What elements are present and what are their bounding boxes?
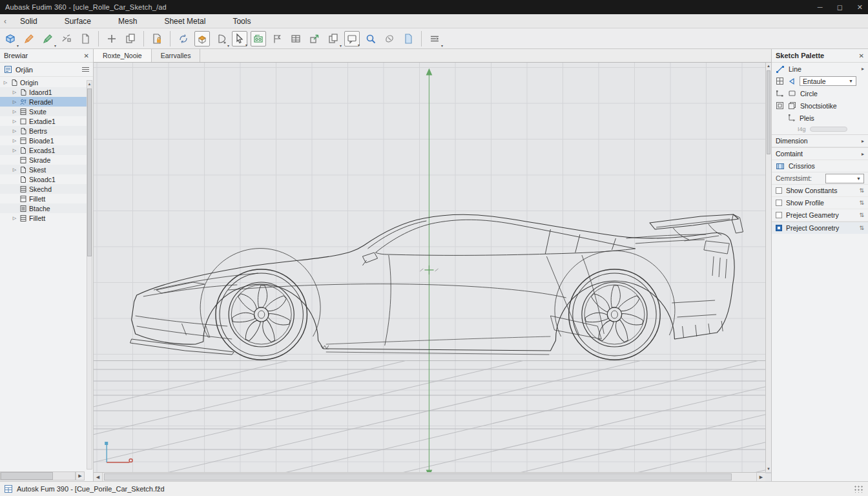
- palette-row-pleis[interactable]: Pleis: [772, 112, 868, 124]
- ground-plane: [94, 360, 771, 481]
- menu-item-surface[interactable]: Surface: [55, 17, 101, 26]
- palette-row-line[interactable]: Line ▸: [772, 63, 868, 75]
- show-profile-checkbox[interactable]: [776, 200, 782, 206]
- menu-item-tools[interactable]: Tools: [223, 17, 260, 26]
- palette-row-project-geametry[interactable]: Preject Geametry ⇅: [772, 209, 868, 222]
- joint-machine-icon[interactable]: [251, 31, 266, 46]
- sync-arrows-icon[interactable]: [176, 31, 191, 46]
- tree-item-skoadc1[interactable]: Skoadc1: [0, 174, 87, 184]
- palette-row-crissrios[interactable]: Crissrios: [772, 160, 868, 172]
- tree-item-fillett[interactable]: ▷Fillett: [0, 213, 87, 223]
- scroll-right-icon[interactable]: ▶: [756, 473, 765, 481]
- palette-row-shoct[interactable]: Shoctsiotike: [772, 99, 868, 112]
- scroll-down-icon[interactable]: ▼: [766, 466, 771, 472]
- create-form-icon[interactable]: ▾: [3, 31, 18, 46]
- copy-stack-icon[interactable]: [123, 31, 138, 46]
- export-icon[interactable]: [307, 31, 322, 46]
- revolve-icon[interactable]: ▾: [213, 31, 229, 46]
- tab-earrvalles[interactable]: Earrvalles: [152, 49, 201, 62]
- tree-item-origin[interactable]: ▷Origin: [0, 78, 87, 87]
- tree-item-extadie1[interactable]: ▷Extadie1: [0, 116, 87, 126]
- constraint-dropdown[interactable]: ▼: [825, 174, 864, 183]
- tree-item-idaord1[interactable]: ▷Idaord1: [0, 87, 87, 97]
- expand-arrow-icon[interactable]: ▷: [12, 138, 17, 143]
- entaule-dropdown[interactable]: Entaule ▼: [800, 76, 856, 86]
- scroll-left-icon[interactable]: ◀: [94, 473, 103, 481]
- resize-grip-icon[interactable]: [854, 485, 864, 493]
- tree-item-skest[interactable]: ▷Skest: [0, 165, 87, 174]
- palette-row-show-constants[interactable]: Show Consttants ⇅: [772, 185, 868, 197]
- menu-item-solid[interactable]: Solid: [10, 17, 47, 26]
- browser-close-icon[interactable]: ✕: [84, 52, 89, 59]
- project-goonretry-checkbox[interactable]: [776, 225, 782, 231]
- search-icon[interactable]: [363, 31, 378, 46]
- project-geametry-checkbox[interactable]: [776, 212, 782, 218]
- menu-item-sheet-metal[interactable]: Sheet Metal: [154, 17, 215, 26]
- maximize-button[interactable]: ◻: [837, 0, 843, 14]
- browser-menu-icon[interactable]: [82, 67, 89, 72]
- expand-arrow-icon[interactable]: ▷: [12, 167, 17, 172]
- parameters-table-icon[interactable]: [288, 31, 304, 46]
- twist-shape-icon[interactable]: [382, 31, 397, 46]
- tree-item-skechd[interactable]: Skechd: [0, 184, 87, 194]
- tab-roxte_nooie[interactable]: Roxte_Nooie: [94, 49, 152, 62]
- extrude-icon[interactable]: [194, 31, 210, 46]
- expand-arrow-icon[interactable]: ▷: [12, 99, 17, 105]
- constraints-sketch-icon[interactable]: [59, 31, 74, 46]
- expand-arrow-icon[interactable]: ▸: [862, 66, 864, 72]
- insert-locked-doc-icon[interactable]: [149, 31, 165, 46]
- canvas-vertical-scrollbar[interactable]: ▲ ▼: [765, 63, 771, 472]
- palette-row-circle[interactable]: Circle: [772, 87, 868, 99]
- select-cursor-icon[interactable]: ▾: [232, 31, 247, 46]
- palette-row-project-goonretry[interactable]: Preject Goonretry ⇅: [772, 222, 868, 234]
- move-icon[interactable]: [104, 31, 119, 46]
- browser-panel: Brewiar ✕ Orjän ▷Origin▷Idaord1▷Reradel▷…: [0, 49, 94, 481]
- doc-icon: [19, 88, 27, 96]
- tree-item-btache[interactable]: Btache: [0, 203, 87, 213]
- expand-arrow-icon[interactable]: ▷: [12, 90, 17, 95]
- tree-item-bioade1[interactable]: ▷Bioade1: [0, 136, 87, 145]
- new-document-icon[interactable]: [78, 31, 93, 46]
- spline-pencil-icon[interactable]: ▾: [40, 31, 56, 46]
- document-row[interactable]: Orjän: [0, 63, 93, 77]
- scroll-up-icon[interactable]: ▲: [87, 81, 92, 87]
- circle-label: Circle: [800, 90, 818, 98]
- show-constants-label: Show Consttants: [786, 187, 837, 194]
- section-dimension[interactable]: Dimension ▸: [772, 134, 868, 147]
- comment-icon[interactable]: ▾: [344, 31, 360, 46]
- menu-item-mesh[interactable]: Mesh: [108, 17, 147, 26]
- expand-arrow-icon[interactable]: ▷: [12, 216, 17, 221]
- tree-item-fillett[interactable]: Fillett: [0, 194, 87, 203]
- expand-arrow-icon[interactable]: ▷: [12, 109, 17, 114]
- browser-horizontal-scrollbar[interactable]: ▶: [0, 471, 85, 480]
- tree-item-reradel[interactable]: ▷Reradel: [0, 97, 87, 107]
- expand-arrow-icon[interactable]: ▷: [12, 148, 17, 153]
- close-button[interactable]: ✕: [857, 0, 863, 14]
- palette-row-show-profile[interactable]: Show Profile ⇅: [772, 197, 868, 209]
- tree-item-sxute[interactable]: ▷Sxute: [0, 107, 87, 116]
- scroll-up-icon[interactable]: ▲: [766, 63, 771, 69]
- origin-marker[interactable]: [420, 265, 438, 274]
- palette-close-icon[interactable]: ✕: [859, 52, 864, 59]
- show-constants-checkbox[interactable]: [776, 187, 782, 194]
- tree-item-skrade[interactable]: Skrade: [0, 155, 87, 165]
- flag-icon[interactable]: [269, 31, 285, 46]
- expand-arrow-icon[interactable]: ▷: [12, 119, 17, 124]
- copy-icon[interactable]: ▾: [326, 31, 341, 46]
- display-settings-icon[interactable]: ▾: [427, 31, 442, 46]
- sketch-pencil-icon[interactable]: [21, 31, 37, 46]
- scroll-right-icon[interactable]: ▶: [76, 471, 85, 480]
- sketch-canvas[interactable]: ▲ ▼: [94, 63, 771, 481]
- section-containt[interactable]: Comtaint ▸: [772, 147, 868, 160]
- browser-vertical-scrollbar[interactable]: ▲: [87, 80, 92, 470]
- minimize-button[interactable]: ─: [818, 0, 823, 14]
- canvas-horizontal-scrollbar[interactable]: ◀ ▶: [94, 472, 765, 481]
- tree-item-bertrs[interactable]: ▷Bertrs: [0, 126, 87, 136]
- expand-arrow-icon[interactable]: ▷: [3, 80, 8, 85]
- car-sketch[interactable]: [130, 214, 743, 360]
- paste-page-icon[interactable]: [400, 31, 416, 46]
- expand-arrow-icon[interactable]: ▷: [12, 129, 17, 134]
- tree-item-excads1[interactable]: ▷Excads1: [0, 145, 87, 155]
- back-icon[interactable]: ‹: [0, 17, 10, 26]
- dim-slider[interactable]: [810, 127, 847, 132]
